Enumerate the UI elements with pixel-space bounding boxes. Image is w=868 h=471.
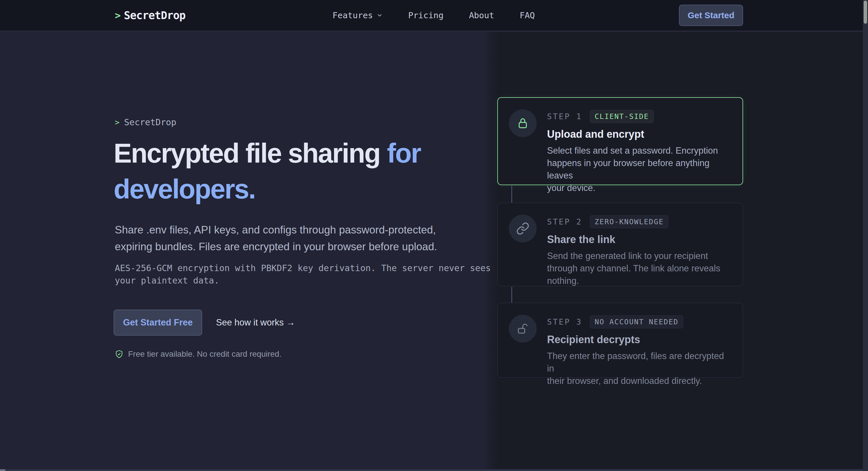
horizontal-scrollbar-track[interactable] [0, 469, 863, 471]
nav-item-faq-label: FAQ [520, 10, 535, 20]
lock-closed-icon [516, 117, 529, 130]
step-1-icon-circle [509, 109, 537, 137]
hero-heading-accent: for [387, 138, 421, 168]
get-started-button[interactable]: Get Started [679, 5, 743, 26]
hero-eyebrow: > SecretDrop [115, 117, 176, 127]
hero-description-line1: Share .env files, API keys, and configs … [115, 222, 437, 238]
nav-links: Features Pricing About FAQ [333, 0, 535, 31]
step-3-label: STEP 3 [547, 317, 582, 326]
step-1-badge: CLIENT-SIDE [590, 110, 654, 123]
step-connector-line [512, 287, 512, 303]
hero-tech-note-line2: your plaintext data. [115, 274, 491, 287]
terminal-prompt-icon: > [115, 9, 120, 21]
nav-item-features-label: Features [333, 10, 373, 20]
step-2-label: STEP 2 [547, 217, 582, 226]
step-2-description: Send the generated link to your recipien… [547, 250, 731, 287]
step-3-title: Recipient decrypts [547, 333, 731, 346]
nav-item-features[interactable]: Features [333, 10, 383, 20]
link-icon [516, 222, 529, 235]
hero-eyebrow-text: SecretDrop [124, 117, 176, 127]
step-2-meta: STEP 2 ZERO-KNOWLEDGE [547, 215, 731, 228]
step-3-description: They enter the password, files are decry… [547, 350, 731, 387]
nav-item-about[interactable]: About [469, 10, 494, 20]
top-nav: > SecretDrop Features Pricing About FAQ … [0, 0, 863, 31]
chevron-down-icon [376, 12, 383, 19]
step-2-title: Share the link [547, 233, 731, 246]
get-started-free-button[interactable]: Get Started Free [114, 310, 202, 335]
step-2-icon-circle [509, 215, 537, 242]
brand-name: SecretDrop [124, 9, 185, 22]
see-how-it-works-link[interactable]: See how it works → [216, 317, 295, 328]
hero-heading-accent-line2: developers. [114, 174, 255, 204]
terminal-prompt-icon: > [115, 118, 119, 127]
hero-heading: Encrypted file sharingfordevelopers. [114, 136, 490, 207]
step-1-meta: STEP 1 CLIENT-SIDE [547, 110, 731, 123]
vertical-scrollbar-thumb[interactable] [864, 1, 867, 24]
step-3-meta: STEP 3 NO ACCOUNT NEEDED [547, 315, 731, 328]
trust-note-row: Free tier available. No credit card requ… [115, 350, 282, 359]
hero-cta-row: Get Started Free See how it works → [114, 310, 295, 335]
nav-item-pricing-label: Pricing [408, 10, 443, 20]
hero-description-line2: expiring bundles. Files are encrypted in… [115, 238, 437, 255]
hero-heading-plain: Encrypted file sharing [114, 138, 380, 168]
step-3-badge: NO ACCOUNT NEEDED [590, 315, 684, 328]
hero-description: Share .env files, API keys, and configs … [115, 222, 437, 255]
lock-open-icon [516, 322, 529, 335]
nav-item-pricing[interactable]: Pricing [408, 10, 443, 20]
nav-item-about-label: About [469, 10, 494, 20]
trust-note-text: Free tier available. No credit card requ… [128, 350, 282, 359]
landing-page: > SecretDrop Features Pricing About FAQ … [0, 0, 868, 471]
vertical-scrollbar-track[interactable] [863, 0, 868, 471]
hero-tech-note-line1: AES-256-GCM encryption with PBKDF2 key d… [115, 262, 491, 274]
step-card-1[interactable]: STEP 1 CLIENT-SIDE Upload and encrypt Se… [497, 97, 743, 185]
step-card-3[interactable]: STEP 3 NO ACCOUNT NEEDED Recipient decry… [497, 303, 743, 378]
horizontal-scrollbar-thumb[interactable] [0, 469, 5, 471]
step-card-2[interactable]: STEP 2 ZERO-KNOWLEDGE Share the link Sen… [497, 203, 743, 287]
nav-item-faq[interactable]: FAQ [520, 10, 535, 20]
step-connector-line [512, 186, 512, 203]
brand-logo[interactable]: > SecretDrop [115, 0, 185, 31]
step-1-label: STEP 1 [547, 112, 582, 121]
step-1-description: Select files and set a password. Encrypt… [547, 144, 731, 194]
step-2-badge: ZERO-KNOWLEDGE [590, 215, 669, 228]
hero-tech-note: AES-256-GCM encryption with PBKDF2 key d… [115, 262, 491, 287]
step-1-title: Upload and encrypt [547, 128, 731, 140]
shield-check-icon [115, 350, 123, 358]
step-3-icon-circle [509, 315, 537, 343]
